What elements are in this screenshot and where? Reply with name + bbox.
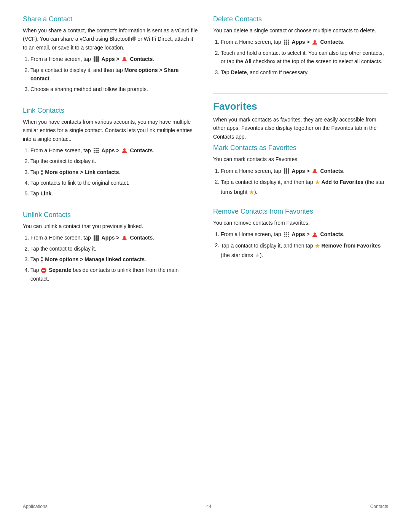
unlink-contacts-steps: From a Home screen, tap [30,233,198,283]
svg-rect-43 [284,170,285,172]
apps-icon-2 [93,147,99,153]
contacts-icon-r1 [312,232,318,238]
star-bright-icon-before: ★ [315,177,320,187]
mark-favorites-steps: From a Home screen, tap [221,167,388,197]
svg-rect-0 [94,56,95,58]
contacts-label-s1: Contacts [130,56,153,62]
share-contact-intro: When you share a contact, the contact's … [23,26,198,52]
apps-icon-d1 [284,39,290,45]
remove-favorites-section: Remove Contacts from Favorites You can r… [213,208,388,260]
svg-rect-34 [286,42,287,43]
add-to-favorites-label: Add to Favorites [322,179,363,185]
svg-rect-44 [286,170,287,172]
svg-rect-16 [94,152,95,153]
minus-icon [41,268,46,273]
favorites-title: Favorites [213,101,388,112]
svg-rect-48 [288,172,289,174]
link-contacts-section: Link Contacts When you have contacts fro… [23,107,198,200]
apps-icon-m1 [284,168,290,174]
svg-rect-30 [284,40,285,41]
link-contacts-title: Link Contacts [23,107,198,115]
delete-step-1: From a Home screen, tap [221,38,388,46]
remove-favorites-intro: You can remove contacts from Favorites. [213,219,388,227]
contacts-label-r1: Contacts [320,231,343,237]
contacts-label-l1: Contacts [130,147,153,153]
svg-rect-5 [97,58,99,60]
svg-rect-3 [94,58,95,60]
svg-rect-24 [96,237,97,239]
svg-rect-4 [96,58,97,60]
svg-rect-20 [94,235,95,237]
link-step-4: Tap contacts to link to the original con… [30,179,198,187]
contacts-icon-d1 [312,39,318,45]
contacts-label-d1: Contacts [320,39,343,45]
svg-rect-57 [286,236,287,237]
delete-contacts-title: Delete Contacts [213,15,388,23]
svg-rect-27 [96,239,97,241]
favorites-section: Favorites When you mark contacts as favo… [213,89,388,271]
mark-step-1: From a Home screen, tap [221,167,388,175]
unlink-step-4: Tap Separate beside contacts to unlink t… [30,266,198,283]
svg-rect-12 [97,148,99,149]
contacts-label-m1: Contacts [320,168,343,174]
favorites-divider [213,93,388,94]
star-dim-icon: ★ [255,251,260,260]
svg-rect-36 [284,43,285,45]
apps-label-m1: Apps > [292,168,310,174]
svg-rect-53 [284,234,285,235]
unlink-step-2: Tap the contact to display it. [30,244,198,253]
apps-icon-r1 [284,232,290,238]
contacts-icon-s1 [121,56,127,62]
unlink-more-options: More options > Manage linked contacts [45,256,145,262]
delete-button-label: Delete [231,69,247,75]
svg-rect-31 [286,40,287,41]
svg-rect-32 [288,40,289,41]
delete-contacts-section: Delete Contacts You can delete a single … [213,15,388,79]
svg-rect-18 [97,152,99,153]
unlink-contacts-intro: You can unlink a contact that you previo… [23,222,198,230]
svg-rect-8 [97,60,99,62]
svg-rect-25 [97,237,99,239]
svg-rect-54 [286,234,287,235]
svg-rect-56 [284,236,285,237]
svg-point-29 [123,236,126,238]
svg-rect-23 [94,237,95,239]
delete-step-2: Touch and hold a contact to select it. Y… [221,49,388,66]
svg-rect-17 [96,152,97,153]
link-more-options: More options > Link contacts [45,169,119,175]
svg-point-49 [314,169,316,171]
footer: Applications 44 Contacts [23,496,388,509]
apps-label-l1: Apps > [102,147,119,153]
page: Share a Contact When you share a contact… [0,0,411,532]
mark-favorites-section: Mark Contacts as Favorites You can mark … [213,144,388,197]
delete-contacts-intro: You can delete a single contact or choos… [213,26,388,35]
unlink-separate: Separate [49,267,71,273]
svg-rect-22 [97,235,99,237]
contacts-icon-l1 [121,147,127,153]
contacts-icon-m1 [312,168,318,174]
mark-favorites-intro: You can mark contacts as Favorites. [213,155,388,163]
svg-rect-46 [284,172,285,174]
svg-rect-33 [284,42,285,43]
mark-step-2: Tap a contact to display it, and then ta… [221,177,388,197]
link-step-2: Tap the contact to display it. [30,157,198,165]
svg-rect-51 [286,232,287,233]
share-step-3: Choose a sharing method and follow the p… [30,85,198,93]
link-step-3: Tap More options > Link contacts. [30,168,198,176]
unlink-contacts-section: Unlink Contacts You can unlink a contact… [23,211,198,285]
star-bright-icon-remove: ★ [315,241,320,251]
svg-point-9 [123,57,126,59]
apps-icon-3 [93,235,99,241]
svg-rect-40 [284,168,285,170]
svg-rect-50 [284,232,285,233]
link-step-1: From a Home screen, tap [30,146,198,155]
favorites-intro: When you mark contacts as favorites, the… [213,115,388,141]
svg-rect-52 [288,232,289,233]
delete-contacts-steps: From a Home screen, tap [221,38,388,77]
unlink-step-3: Tap More options > Manage linked contact… [30,255,198,264]
svg-rect-21 [96,235,97,237]
svg-rect-35 [288,42,289,43]
mark-favorites-title: Mark Contacts as Favorites [213,144,388,152]
svg-rect-2 [97,56,99,58]
svg-rect-14 [96,150,97,151]
